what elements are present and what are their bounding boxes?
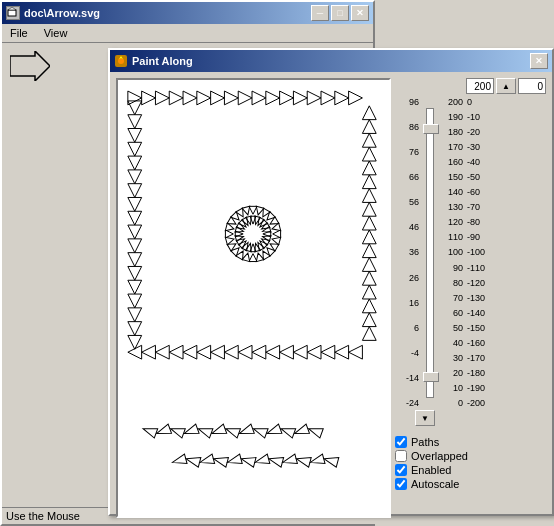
dialog-close-button[interactable]: ✕ <box>530 53 548 69</box>
svg-marker-53 <box>362 271 376 285</box>
svg-marker-58 <box>128 345 142 359</box>
overlapped-checkbox-row: Overlapped <box>395 450 546 462</box>
svg-marker-17 <box>280 91 294 105</box>
autoscale-checkbox[interactable] <box>395 478 407 490</box>
slider-bottom-controls: ▼ <box>415 410 546 426</box>
slider-down-arrow-btn[interactable]: ▼ <box>415 410 435 426</box>
svg-marker-71 <box>307 345 321 359</box>
autoscale-checkbox-row: Autoscale <box>395 478 546 490</box>
svg-marker-60 <box>155 345 169 359</box>
enabled-checkbox[interactable] <box>395 464 407 476</box>
slider-top-controls: 200 ▲ 0 <box>395 78 546 94</box>
file-menu[interactable]: File <box>6 26 32 40</box>
svg-marker-132 <box>266 424 282 438</box>
svg-marker-18 <box>293 91 307 105</box>
close-button[interactable]: ✕ <box>351 5 369 21</box>
svg-marker-22 <box>349 91 363 105</box>
paths-label: Paths <box>411 436 439 448</box>
left-slider-container <box>421 98 439 408</box>
svg-marker-33 <box>128 239 142 253</box>
svg-marker-8 <box>155 91 169 105</box>
scale-96: 96 <box>395 98 419 107</box>
enabled-label: Enabled <box>411 464 451 476</box>
bg-arrow-icon <box>10 51 50 81</box>
dialog-content: 200 ▲ 0 96 86 76 66 56 46 36 26 <box>110 72 552 514</box>
paths-checkbox[interactable] <box>395 436 407 448</box>
maximize-button[interactable]: □ <box>331 5 349 21</box>
svg-marker-20 <box>321 91 335 105</box>
svg-marker-52 <box>362 258 376 272</box>
svg-marker-27 <box>128 156 142 170</box>
scale-56: 56 <box>395 198 419 207</box>
svg-marker-59 <box>142 345 156 359</box>
view-menu[interactable]: View <box>40 26 72 40</box>
svg-marker-29 <box>128 184 142 198</box>
svg-marker-32 <box>128 225 142 239</box>
svg-marker-28 <box>128 170 142 184</box>
svg-marker-125 <box>169 424 185 438</box>
svg-marker-141 <box>240 454 256 467</box>
svg-marker-12 <box>211 91 225 105</box>
svg-marker-145 <box>295 454 311 467</box>
svg-marker-65 <box>224 345 238 359</box>
svg-marker-26 <box>128 142 142 156</box>
svg-marker-147 <box>323 454 339 467</box>
svg-marker-54 <box>362 285 376 299</box>
svg-marker-44 <box>362 147 376 161</box>
svg-marker-49 <box>362 216 376 230</box>
svg-marker-35 <box>128 266 142 280</box>
arrows-svg <box>118 80 389 516</box>
mid-scale: 200 190 180 170 160 150 140 130 120 110 … <box>439 98 465 408</box>
svg-marker-10 <box>183 91 197 105</box>
drawing-canvas <box>116 78 391 518</box>
svg-marker-42 <box>362 120 376 134</box>
svg-marker-136 <box>171 454 187 467</box>
svg-marker-14 <box>238 91 252 105</box>
svg-marker-68 <box>266 345 280 359</box>
svg-marker-11 <box>197 91 211 105</box>
overlapped-label: Overlapped <box>411 450 468 462</box>
svg-marker-66 <box>238 345 252 359</box>
scale-6: 6 <box>395 324 419 333</box>
scale-36: 36 <box>395 248 419 257</box>
left-slider-thumb2[interactable] <box>423 372 439 382</box>
svg-marker-111 <box>249 254 257 262</box>
svg-marker-56 <box>362 313 376 327</box>
svg-marker-46 <box>362 175 376 189</box>
svg-marker-117 <box>225 230 233 238</box>
svg-marker-130 <box>238 424 254 438</box>
svg-marker-144 <box>282 454 298 467</box>
svg-marker-51 <box>362 244 376 258</box>
svg-marker-6 <box>128 91 142 105</box>
svg-marker-19 <box>307 91 321 105</box>
scale-46: 46 <box>395 223 419 232</box>
overlapped-checkbox[interactable] <box>395 450 407 462</box>
right-scale: 0 -10 -20 -30 -40 -50 -60 -70 -80 -90 -1… <box>465 98 497 408</box>
svg-marker-38 <box>128 308 142 322</box>
svg-marker-41 <box>362 106 376 120</box>
dialog-titlebar: Paint Along ✕ <box>110 50 552 72</box>
enabled-checkbox-row: Enabled <box>395 464 546 476</box>
svg-marker-48 <box>362 202 376 216</box>
svg-marker-63 <box>197 345 211 359</box>
right-top-value: 0 <box>537 81 543 92</box>
top-value-box: 200 <box>466 78 494 94</box>
dialog-app-icon <box>114 54 128 68</box>
paths-checkbox-row: Paths <box>395 436 546 448</box>
scale-66: 66 <box>395 173 419 182</box>
scale-16: 16 <box>395 299 419 308</box>
left-slider-thumb[interactable] <box>423 124 439 134</box>
left-slider-track <box>426 108 434 398</box>
scale-76: 76 <box>395 148 419 157</box>
svg-marker-142 <box>254 454 270 467</box>
svg-marker-47 <box>362 189 376 203</box>
svg-marker-31 <box>128 211 142 225</box>
dialog-title: Paint Along <box>132 55 193 67</box>
svg-marker-137 <box>185 454 201 467</box>
svg-marker-2 <box>10 51 50 81</box>
slider-up-arrow-btn[interactable]: ▲ <box>496 78 516 94</box>
svg-marker-124 <box>155 424 171 438</box>
top-value: 200 <box>474 81 491 92</box>
svg-marker-64 <box>211 345 225 359</box>
minimize-button[interactable]: ─ <box>311 5 329 21</box>
